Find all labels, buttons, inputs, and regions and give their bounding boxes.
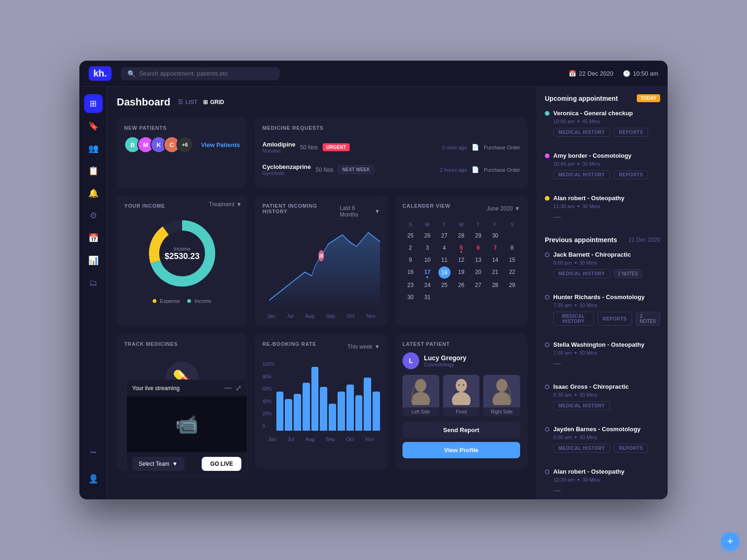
income-filter[interactable]: Treatment ▼ bbox=[209, 201, 242, 208]
go-live-btn[interactable]: GO LIVE bbox=[202, 457, 241, 471]
sidebar-item-alerts[interactable]: 🔔 bbox=[84, 184, 103, 203]
cal-day-26b[interactable]: 26 bbox=[453, 280, 469, 291]
prev-header: Previous appointments 21 Dec 2020 bbox=[545, 236, 660, 244]
view-profile-btn[interactable]: View Profile bbox=[402, 442, 520, 458]
appt-isaac-row: Isaac Gross - Chiropractic 6:30 am 30 Mi… bbox=[545, 383, 660, 410]
calendar-header: CALENDER VIEW June 2020 ▼ bbox=[402, 203, 520, 214]
cal-day-11[interactable]: 11 bbox=[437, 254, 452, 266]
cal-day-29b[interactable]: 29 bbox=[504, 280, 520, 291]
cal-day-26a[interactable]: 26 bbox=[419, 230, 435, 241]
reports-btn-v[interactable]: REPORTS bbox=[614, 128, 648, 137]
sidebar-item-settings[interactable]: ⚙ bbox=[84, 206, 103, 225]
cal-day-25a[interactable]: 25 bbox=[402, 230, 418, 241]
reports-btn-h[interactable]: REPORTS bbox=[598, 312, 632, 326]
history-chart-header: PATIENT INCOMING HISTORY Last 6 Months ▼ bbox=[262, 203, 380, 220]
med-doc-icon-0: 📄 bbox=[472, 144, 479, 151]
x-label-1: Jul bbox=[287, 313, 294, 319]
cal-day-27b[interactable]: 27 bbox=[470, 280, 486, 291]
sidebar-item-records[interactable]: 🗂 bbox=[84, 273, 103, 292]
reports-btn-jay[interactable]: REPORTS bbox=[614, 444, 648, 453]
cal-day-17[interactable]: 17 bbox=[419, 266, 435, 279]
appt-time-hunter: 7:30 am 30 Mins bbox=[553, 302, 660, 308]
rebooking-filter[interactable]: This week ▼ bbox=[347, 343, 380, 350]
appt-jack: Jack Barnett - Chiropractic 8:00 pm 30 M… bbox=[545, 251, 660, 286]
cal-day-2[interactable]: 2 bbox=[402, 242, 418, 253]
cal-day-7[interactable]: 7 bbox=[487, 242, 503, 253]
appt-veronica-row: Veronica - General checkup 10:00 am 45 M… bbox=[545, 110, 660, 137]
live-widget-controls: — ⤢ bbox=[224, 384, 241, 392]
cal-day-25b[interactable]: 25 bbox=[437, 280, 452, 291]
select-team-btn[interactable]: Select Team ▼ bbox=[132, 457, 184, 471]
cal-day-4[interactable]: 4 bbox=[437, 242, 452, 253]
cal-day-21[interactable]: 21 bbox=[487, 266, 503, 279]
minimize-icon[interactable]: — bbox=[224, 384, 232, 392]
view-patients-btn[interactable]: View Patients bbox=[201, 141, 240, 148]
cal-day-20[interactable]: 20 bbox=[470, 266, 486, 279]
cal-day-3[interactable]: 3 bbox=[419, 242, 435, 253]
cal-day-22[interactable]: 22 bbox=[504, 266, 520, 279]
cal-day-30b[interactable]: 30 bbox=[402, 292, 418, 303]
chevron-down-icon: ▼ bbox=[172, 461, 178, 467]
prev-title: Previous appointments bbox=[545, 236, 617, 244]
send-report-btn[interactable]: Send Report bbox=[402, 422, 520, 438]
y-20: 20% bbox=[262, 411, 275, 416]
cal-day-14[interactable]: 14 bbox=[487, 254, 503, 266]
cal-day-28b[interactable]: 28 bbox=[487, 280, 503, 291]
sidebar-item-team[interactable]: 👥 bbox=[84, 139, 103, 158]
track-title: TRACK MEDICINES bbox=[124, 341, 240, 347]
appt-dot-veronica bbox=[545, 111, 550, 116]
cal-day-8[interactable]: 8 bbox=[504, 242, 520, 253]
sidebar-profile[interactable]: 👤 bbox=[84, 469, 103, 488]
sidebar-item-calendar[interactable]: 📅 bbox=[84, 229, 103, 247]
sidebar-item-bookmark[interactable]: 🔖 bbox=[84, 117, 103, 135]
medical-history-btn-h[interactable]: MEDICAL HISTORY bbox=[553, 312, 594, 326]
cal-day-19[interactable]: 19 bbox=[453, 266, 469, 279]
cal-day-18[interactable]: 18 bbox=[438, 266, 451, 279]
medical-history-btn-v[interactable]: MEDICAL HISTORY bbox=[553, 128, 610, 137]
cal-day-9[interactable]: 9 bbox=[402, 254, 418, 266]
cal-day-30a[interactable]: 30 bbox=[487, 230, 503, 241]
cal-day-23[interactable]: 23 bbox=[402, 280, 418, 291]
sidebar-more-btn[interactable]: ••• bbox=[84, 443, 103, 462]
dashboard-header: Dashboard ☰ LIST ⊞ GRID bbox=[117, 96, 528, 108]
med-action-1[interactable]: Purchase Order bbox=[484, 167, 520, 173]
cal-day-27[interactable]: 27 bbox=[437, 230, 452, 241]
medical-history-btn-a[interactable]: MEDICAL HISTORY bbox=[553, 170, 610, 179]
med-badge-1: NEXT WEEK bbox=[338, 165, 374, 174]
search-input[interactable] bbox=[139, 70, 273, 77]
calendar-filter[interactable]: June 2020 ▼ bbox=[486, 205, 520, 212]
cal-day-12[interactable]: 12 bbox=[453, 254, 469, 266]
med-action-0[interactable]: Purchase Order bbox=[484, 145, 520, 150]
appt-actions-veronica: MEDICAL HISTORY REPORTS bbox=[553, 128, 648, 137]
cal-day-31[interactable]: 31 bbox=[419, 292, 435, 303]
reports-btn-a[interactable]: REPORTS bbox=[614, 170, 648, 179]
sidebar-item-dashboard[interactable]: ⊞ bbox=[84, 94, 103, 113]
cal-day-5[interactable]: 5 bbox=[453, 242, 469, 253]
cal-day-15[interactable]: 15 bbox=[504, 254, 520, 266]
sidebar-item-analytics[interactable]: 📊 bbox=[84, 251, 103, 270]
grid-view-btn[interactable]: ⊞ GRID bbox=[203, 99, 224, 105]
appt-actions-isaac: MEDICAL HISTORY bbox=[553, 401, 629, 410]
medical-history-btn-i[interactable]: MEDICAL HISTORY bbox=[553, 401, 610, 410]
cal-day-10[interactable]: 10 bbox=[419, 254, 435, 266]
cal-day-24[interactable]: 24 bbox=[419, 280, 435, 291]
cal-day-16[interactable]: 16 bbox=[402, 266, 418, 279]
medical-history-btn-j[interactable]: MEDICAL HISTORY bbox=[553, 269, 610, 278]
avatar-more: +6 bbox=[176, 136, 193, 153]
list-view-btn[interactable]: ☰ LIST bbox=[178, 99, 197, 105]
cal-day-28[interactable]: 28 bbox=[453, 230, 469, 241]
patient-history-card: PATIENT INCOMING HISTORY Last 6 Months ▼ bbox=[255, 196, 388, 326]
appt-alan-prev-info: Alan robert - Osteopathy 10:30 am 30 Min… bbox=[553, 468, 624, 495]
cal-header-w: W bbox=[453, 220, 469, 229]
appt-time-veronica: 10:00 am 45 Mins bbox=[553, 119, 648, 124]
cal-day-6[interactable]: 6 bbox=[470, 242, 486, 253]
select-team-label: Select Team bbox=[139, 461, 169, 467]
search-bar[interactable]: 🔍 bbox=[121, 67, 280, 80]
cal-day-29a[interactable]: 29 bbox=[470, 230, 486, 241]
cal-day-13[interactable]: 13 bbox=[470, 254, 486, 266]
sidebar-item-clipboard[interactable]: 📋 bbox=[84, 161, 103, 180]
medical-history-btn-jay[interactable]: MEDICAL HISTORY bbox=[553, 444, 610, 453]
history-filter[interactable]: Last 6 Months ▼ bbox=[340, 205, 380, 218]
expand-icon[interactable]: ⤢ bbox=[235, 384, 241, 392]
row-2: YOUR INCOME Treatment ▼ bbox=[117, 196, 528, 326]
